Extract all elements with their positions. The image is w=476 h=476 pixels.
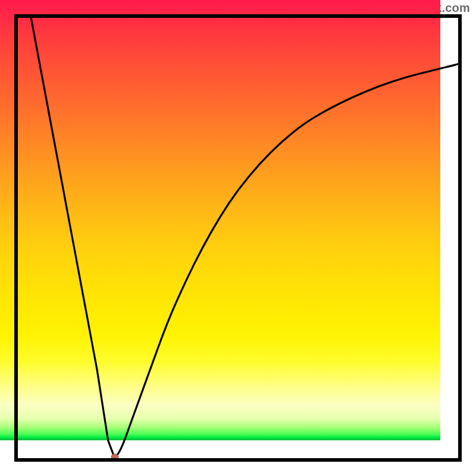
frame-border: [14, 458, 462, 462]
frame-border: [458, 14, 462, 462]
frame-border: [14, 14, 462, 18]
chart-container: TheBottleneck.com: [0, 0, 476, 476]
frame-border: [14, 14, 18, 462]
plot-gradient-background: [0, 0, 440, 440]
